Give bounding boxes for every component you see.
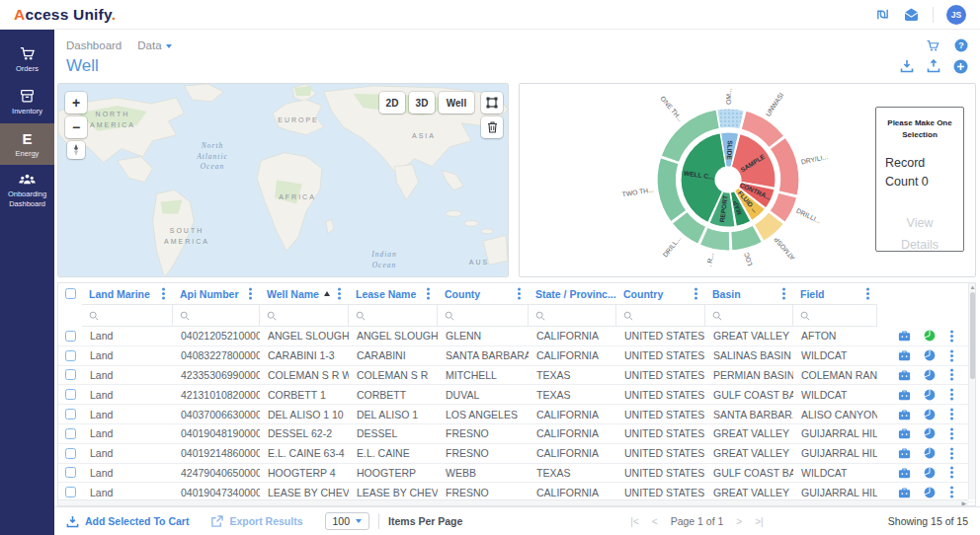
- prev-page-button[interactable]: <: [652, 516, 658, 527]
- sidebar-item-onboarding-dashboard[interactable]: Onboarding Dashboard: [0, 165, 54, 216]
- column-menu-icon[interactable]: [866, 292, 869, 295]
- pie-chart-icon[interactable]: [924, 447, 936, 459]
- filter-input-land_marine[interactable]: [104, 310, 172, 321]
- sunburst-chart[interactable]: OM...UNWASIDRY/LI...DRILLI...ATMOSPLOC. …: [549, 84, 846, 276]
- map-panel[interactable]: NORTH AMERICA SOUTH AMERICA EUROPE ASIA …: [57, 83, 509, 277]
- map-draw-polygon-button[interactable]: [481, 92, 503, 114]
- export-results-button[interactable]: Export Results: [210, 515, 302, 528]
- briefcase-icon[interactable]: [898, 349, 911, 361]
- add-selected-to-cart-button[interactable]: Add Selected To Cart: [66, 515, 189, 528]
- briefcase-icon[interactable]: [898, 409, 911, 420]
- pie-chart-icon[interactable]: [924, 389, 936, 401]
- briefcase-icon[interactable]: [898, 369, 911, 381]
- row-menu-icon[interactable]: [950, 373, 953, 376]
- breadcrumb-data-menu[interactable]: Data: [137, 39, 171, 51]
- pie-chart-icon[interactable]: [924, 369, 936, 381]
- filter-input-state_province[interactable]: [550, 310, 615, 321]
- map-2d-button[interactable]: 2D: [379, 92, 405, 114]
- row-checkbox[interactable]: [58, 444, 82, 464]
- pie-chart-icon[interactable]: [924, 349, 936, 361]
- sunburst-outer-label: . R...: [705, 252, 715, 268]
- pie-chart-icon[interactable]: [924, 487, 936, 498]
- row-checkbox[interactable]: [58, 366, 82, 386]
- column-header-well_name[interactable]: Well Name: [260, 283, 349, 304]
- pie-chart-icon[interactable]: [924, 330, 936, 342]
- filter-input-county[interactable]: [459, 310, 528, 321]
- breadcrumb-dashboard[interactable]: Dashboard: [66, 39, 122, 51]
- column-menu-icon[interactable]: [427, 292, 430, 295]
- column-header-state_province[interactable]: State / Provinc...: [529, 283, 616, 304]
- view-details-button[interactable]: View Details: [882, 212, 957, 257]
- row-menu-icon[interactable]: [950, 335, 953, 338]
- sidebar-item-energy[interactable]: E Energy: [0, 123, 54, 166]
- column-header-land_marine[interactable]: Land Marine: [82, 283, 173, 304]
- last-page-button[interactable]: >|: [755, 516, 763, 527]
- row-checkbox[interactable]: [58, 464, 82, 484]
- filter-input-country[interactable]: [638, 310, 704, 321]
- row-actions: [877, 464, 975, 484]
- sidebar-item-orders[interactable]: Orders: [0, 38, 54, 81]
- upload-icon[interactable]: [927, 59, 940, 73]
- row-checkbox[interactable]: [58, 346, 82, 366]
- filter-input-lease_name[interactable]: [370, 310, 437, 321]
- select-all-checkbox[interactable]: [58, 283, 82, 304]
- filter-input-well_name[interactable]: [282, 310, 348, 321]
- row-checkbox[interactable]: [58, 424, 82, 444]
- cell-field: GUIJARRAL HILLS: [793, 444, 877, 464]
- row-checkbox[interactable]: [58, 385, 82, 405]
- column-header-lease_name[interactable]: Lease Name: [349, 283, 438, 304]
- map-trash-button[interactable]: [481, 116, 503, 138]
- pie-chart-icon[interactable]: [924, 409, 936, 420]
- briefcase-icon[interactable]: [898, 427, 911, 439]
- filter-input-basin[interactable]: [727, 310, 792, 321]
- page-size-select[interactable]: 100: [325, 512, 370, 530]
- row-menu-icon[interactable]: [950, 393, 953, 396]
- row-checkbox[interactable]: [58, 405, 82, 424]
- map-well-button[interactable]: Well: [439, 92, 474, 114]
- map-zoom-out-button[interactable]: −: [65, 116, 87, 138]
- column-header-county[interactable]: County: [438, 283, 529, 304]
- vertical-scrollbar[interactable]: ▲: [968, 283, 975, 499]
- column-header-field[interactable]: Field: [793, 283, 877, 304]
- row-menu-icon[interactable]: [950, 432, 953, 435]
- horizontal-scrollbar[interactable]: ▶: [58, 499, 968, 505]
- briefcase-icon[interactable]: [898, 447, 911, 459]
- brand-mark-icon[interactable]: [875, 7, 890, 22]
- map-zoom-in-button[interactable]: +: [65, 92, 87, 114]
- column-menu-icon[interactable]: [249, 292, 252, 295]
- download-icon[interactable]: [900, 59, 914, 73]
- column-menu-icon[interactable]: [338, 292, 341, 295]
- briefcase-icon[interactable]: [898, 487, 911, 498]
- first-page-button[interactable]: |<: [630, 516, 638, 527]
- cart-toolbar-icon[interactable]: [926, 38, 940, 52]
- column-menu-icon[interactable]: [694, 292, 697, 295]
- row-menu-icon[interactable]: [950, 491, 953, 494]
- column-menu-icon[interactable]: [162, 292, 165, 295]
- help-icon[interactable]: ?: [954, 38, 968, 52]
- row-menu-icon[interactable]: [950, 413, 953, 416]
- filter-input-api_number[interactable]: [195, 310, 259, 321]
- row-menu-icon[interactable]: [950, 452, 953, 455]
- next-page-button[interactable]: >: [736, 516, 742, 527]
- briefcase-icon[interactable]: [898, 467, 911, 479]
- briefcase-icon[interactable]: [898, 330, 911, 342]
- row-checkbox[interactable]: [58, 327, 82, 346]
- map-3d-button[interactable]: 3D: [409, 92, 435, 114]
- mail-icon[interactable]: [903, 7, 920, 22]
- add-icon[interactable]: [953, 59, 968, 74]
- user-avatar[interactable]: JS: [946, 5, 966, 25]
- briefcase-icon[interactable]: [898, 389, 911, 401]
- sidebar-item-inventory[interactable]: Inventory: [0, 81, 54, 123]
- column-header-api_number[interactable]: Api Number: [173, 283, 260, 304]
- filter-input-field[interactable]: [815, 310, 876, 321]
- row-menu-icon[interactable]: [950, 354, 953, 357]
- sunburst-outer-om[interactable]: [717, 109, 744, 129]
- column-menu-icon[interactable]: [518, 292, 521, 295]
- column-header-country[interactable]: Country: [616, 283, 705, 304]
- pie-chart-icon[interactable]: [924, 427, 936, 439]
- column-menu-icon[interactable]: [782, 292, 785, 295]
- column-header-basin[interactable]: Basin: [705, 283, 793, 304]
- pie-chart-icon[interactable]: [924, 467, 936, 479]
- map-pitch-button[interactable]: [67, 141, 85, 159]
- row-menu-icon[interactable]: [950, 471, 953, 474]
